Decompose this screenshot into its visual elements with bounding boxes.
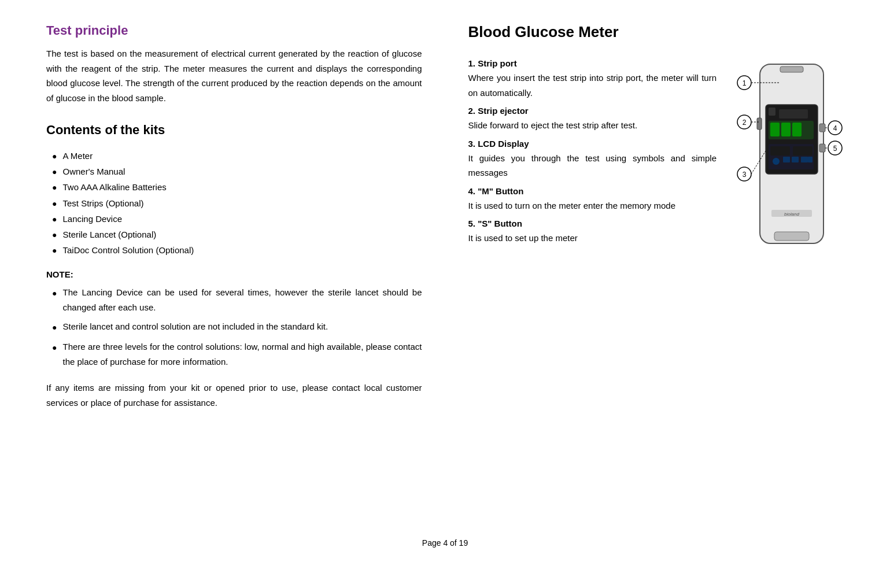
list-item: A Meter	[52, 148, 422, 164]
svg-rect-24	[792, 157, 799, 162]
contents-title: Contents of the kits	[46, 123, 422, 138]
svg-rect-11	[780, 66, 803, 72]
contents-list: A Meter Owner's Manual Two AAA Alkaline …	[46, 148, 422, 258]
page-footer: Page 4 of 19	[46, 538, 844, 553]
svg-rect-14	[779, 109, 808, 119]
svg-rect-30	[819, 144, 825, 152]
list-item: Test Strips (Optional)	[52, 195, 422, 211]
bgm-item-4-number: 4. "M" Button	[468, 186, 717, 196]
page-number: Page 4 of 19	[422, 538, 468, 548]
svg-rect-20	[770, 146, 790, 156]
svg-text:5: 5	[833, 145, 837, 153]
test-principle-body: The test is based on the measurement of …	[46, 46, 422, 105]
svg-rect-17	[781, 123, 791, 136]
device-svg: 1 2 3 4 5	[728, 58, 844, 267]
bgm-text-section: 1. Strip port Where you insert the test …	[468, 53, 717, 255]
svg-text:bioland: bioland	[784, 212, 799, 217]
svg-text:1: 1	[743, 79, 747, 87]
svg-rect-26	[808, 157, 813, 162]
svg-rect-18	[792, 123, 802, 136]
svg-rect-23	[783, 157, 790, 162]
svg-text:2: 2	[743, 119, 747, 127]
device-diagram: 1 2 3 4 5	[728, 58, 844, 255]
svg-text:3: 3	[743, 171, 747, 179]
note-item: There are three levels for the control s…	[52, 339, 422, 369]
svg-rect-29	[819, 124, 825, 132]
bgm-item-2-desc: Slide forward to eject the test strip af…	[468, 118, 717, 133]
list-item: Owner's Manual	[52, 164, 422, 179]
svg-rect-21	[793, 146, 813, 156]
bgm-item-1-number: 1. Strip port	[468, 58, 717, 68]
svg-rect-31	[757, 118, 762, 130]
two-column-layout: Test principle The test is based on the …	[46, 23, 844, 521]
svg-rect-37	[774, 232, 809, 241]
bgm-item-2-number: 2. Strip ejector	[468, 106, 717, 116]
note-item: The Lancing Device can be used for sever…	[52, 285, 422, 315]
note-item: Sterile lancet and control solution are …	[52, 319, 422, 335]
left-column: Test principle The test is based on the …	[46, 23, 422, 521]
bgm-item-1-desc: Where you insert the test strip into str…	[468, 71, 717, 100]
bgm-item-3-desc: It guides you through the test using sym…	[468, 151, 717, 180]
bgm-title: Blood Glucose Meter	[468, 23, 844, 41]
bgm-item-3-number: 3. LCD Display	[468, 139, 717, 149]
svg-rect-25	[801, 157, 808, 162]
bgm-item-5-number: 5. "S" Button	[468, 219, 717, 228]
svg-point-22	[773, 158, 780, 165]
list-item: Two AAA Alkaline Batteries	[52, 179, 422, 195]
bottom-note: If any items are missing from your kit o…	[46, 380, 422, 410]
list-item: TaiDoc Control Solution (Optional)	[52, 242, 422, 258]
test-principle-title: Test principle	[46, 23, 422, 38]
right-column: Blood Glucose Meter 1. Strip port Where …	[445, 23, 844, 521]
bgm-item-4-desc: It is used to turn on the meter enter th…	[468, 198, 717, 213]
bgm-content: 1. Strip port Where you insert the test …	[468, 53, 844, 255]
note-label: NOTE:	[46, 269, 422, 279]
bgm-item-5-desc: It is used to set up the meter	[468, 231, 717, 246]
svg-rect-16	[770, 123, 780, 136]
note-list: The Lancing Device can be used for sever…	[46, 285, 422, 369]
svg-rect-13	[769, 108, 775, 116]
svg-text:4: 4	[833, 124, 837, 132]
list-item: Sterile Lancet (Optional)	[52, 227, 422, 242]
list-item: Lancing Device	[52, 211, 422, 227]
page-container: Test principle The test is based on the …	[0, 0, 890, 588]
